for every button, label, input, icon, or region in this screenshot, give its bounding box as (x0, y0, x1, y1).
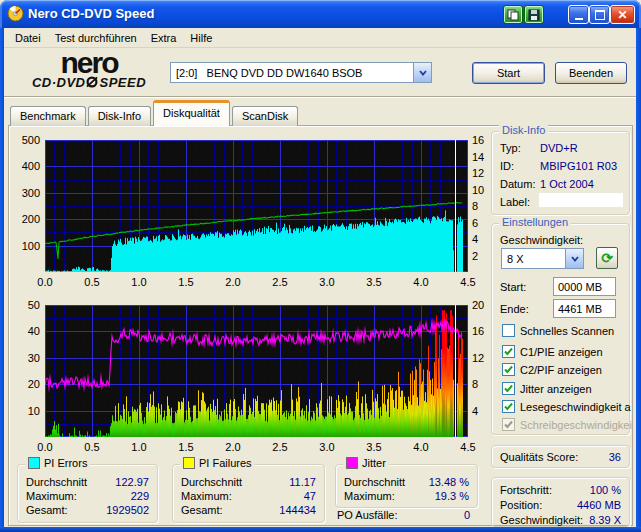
pie-speed-chart-canvas (45, 140, 468, 272)
disk-info-row-label: Label: (500, 196, 530, 208)
speed-select-dropdown-button[interactable] (565, 249, 583, 268)
stat-group-title: Jitter (343, 457, 389, 469)
checkbox-jitter-anzeigen-label[interactable]: Jitter anzeigen (520, 383, 592, 395)
disk-info-row-value: DVD+R (540, 142, 578, 154)
x-axis-tick-label: 0.5 (79, 441, 105, 453)
maximize-button[interactable] (589, 5, 610, 24)
minimize-icon (575, 18, 583, 20)
checkbox-jitter-anzeigen[interactable] (502, 382, 515, 395)
x-axis-tick-label: 2.5 (267, 276, 293, 288)
y-axis-tick-label: 40 (0, 325, 40, 337)
copy-button[interactable] (503, 5, 523, 24)
progress-row-label: Fortschritt: (500, 484, 552, 496)
stat-group-title-text: PI Errors (44, 457, 87, 469)
y-axis-tick-label: 400 (0, 160, 40, 172)
checkbox-lesegeschwindigkeit-a-label[interactable]: Lesegeschwindigkeit a (520, 401, 631, 413)
quality-score-value: 36 (609, 451, 621, 463)
tab-disk-info[interactable]: Disk-Info (88, 106, 151, 126)
app-cd-icon (7, 5, 24, 22)
settings-title: Einstellungen (499, 216, 571, 228)
save-button[interactable] (524, 5, 544, 24)
y-axis-tick-label: 20 (0, 378, 40, 390)
check-icon (503, 346, 514, 357)
tab-diskqualität[interactable]: Diskqualität (153, 100, 230, 126)
x-axis-tick-label: 3.0 (314, 441, 340, 453)
progress-row-label: Geschwindigkeit: (500, 514, 583, 526)
checkbox-c1-pie-anzeigen-label[interactable]: C1/PIE anzeigen (520, 346, 603, 358)
progress-row-value: 8.39 X (589, 514, 621, 526)
refresh-button[interactable]: ⟳ (596, 247, 618, 269)
speed-label: Geschwindigkeit: (500, 234, 583, 246)
menu-item-extra[interactable]: Extra (144, 30, 184, 46)
progress-row-value: 4460 MB (577, 499, 621, 511)
checkbox-c2-pif-anzeigen[interactable] (502, 363, 515, 376)
titlebar: Nero CD-DVD Speed ✕ (0, 0, 641, 28)
stat-row-value: 144434 (279, 504, 316, 516)
stat-row-label: Gesamt: (26, 504, 68, 516)
stat-row-value: 122.97 (115, 476, 149, 488)
drive-select-dropdown-button[interactable] (413, 63, 431, 82)
label-field (539, 193, 623, 207)
checkbox-schnelles-scannen-label[interactable]: Schnelles Scannen (520, 325, 614, 337)
speed-select-value: 8 X (502, 253, 565, 265)
checkbox-schreibgeschwindigkei (502, 418, 515, 431)
stat-row-label: Maximum: (26, 490, 77, 502)
save-icon (528, 9, 540, 21)
menubar: DateiTest durchführenExtraHilfe (4, 28, 637, 47)
window-title: Nero CD-DVD Speed (28, 6, 154, 21)
speed-select[interactable]: 8 X (501, 248, 584, 269)
disk-info-row-label: ID: (500, 160, 514, 172)
y-axis-tick-label: 300 (0, 187, 40, 199)
stat-row-value: 1929502 (106, 504, 149, 516)
drive-select[interactable]: [2:0] BENQ DVD DD DW1640 BSOB (170, 62, 432, 83)
tab-benchmark[interactable]: Benchmark (10, 106, 86, 126)
checkbox-schnelles-scannen[interactable] (502, 324, 515, 337)
minimize-button[interactable] (568, 5, 589, 24)
x-axis-tick-label: 1.0 (126, 276, 152, 288)
x-axis-tick-label: 1.5 (173, 441, 199, 453)
settings-group: Einstellungen Geschwindigkeit: 8 X ⟳ Sta… (491, 223, 630, 435)
quit-button[interactable]: Beenden (555, 62, 627, 84)
menu-item-datei[interactable]: Datei (8, 30, 48, 46)
window-border-right (636, 28, 641, 532)
stat-row-label: Maximum: (344, 490, 395, 502)
check-icon (503, 364, 514, 375)
settings-field-input-ende[interactable] (553, 299, 616, 318)
nero-logo-text: nero (14, 51, 164, 75)
progress-panel: Fortschritt:100 %Position:4460 MBGeschwi… (491, 477, 630, 527)
close-button[interactable]: ✕ (610, 5, 635, 24)
legend-swatch (346, 457, 358, 469)
x-axis-tick-label: 2.0 (220, 276, 246, 288)
y-axis-tick-label: 200 (0, 213, 40, 225)
window-border-bottom (0, 527, 641, 532)
menu-item-hilfe[interactable]: Hilfe (183, 30, 219, 46)
drive-select-value: [2:0] BENQ DVD DD DW1640 BSOB (171, 67, 413, 79)
logo-right: SPEED (99, 75, 146, 90)
stat-row-value: 19.3 % (435, 490, 469, 502)
stat-group-title: PI Errors (25, 457, 90, 469)
disk-info-group: Disk-Info Typ:DVD+RID:MBIPG101 R03Datum:… (491, 131, 630, 215)
settings-field-input-start[interactable] (553, 277, 616, 296)
stat-group-title-text: PI Failures (199, 457, 252, 469)
checkbox-c2-pif-anzeigen-label[interactable]: C2/PIF anzeigen (520, 364, 602, 376)
stat-row-label: Gesamt: (181, 504, 223, 516)
x-axis-tick-label: 4.0 (408, 276, 434, 288)
header-separator (4, 96, 637, 98)
x-axis-tick-label: 3.5 (361, 276, 387, 288)
stat-row-label: Durchschnitt (344, 476, 405, 488)
stat-row-value: 13.48 % (429, 476, 469, 488)
checkbox-lesegeschwindigkeit-a[interactable] (502, 400, 515, 413)
settings-field-label: Ende: (500, 303, 529, 315)
x-axis-tick-label: 4.5 (455, 441, 481, 453)
y-axis-tick-label: 10 (0, 405, 40, 417)
checkbox-c1-pie-anzeigen[interactable] (502, 345, 515, 358)
quality-score-label: Qualitäts Score: (500, 451, 578, 463)
copy-icon (507, 9, 519, 21)
close-icon: ✕ (617, 8, 627, 22)
stat-group-pi-errors: PI ErrorsDurchschnitt122.97Maximum:229Ge… (17, 464, 158, 523)
tab-scandisk[interactable]: ScanDisk (232, 106, 298, 126)
menu-item-test-durchf-hren[interactable]: Test durchführen (48, 30, 144, 46)
disk-info-row-value: MBIPG101 R03 (540, 160, 617, 172)
x-axis-tick-label: 2.0 (220, 441, 246, 453)
start-button[interactable]: Start (472, 62, 545, 84)
